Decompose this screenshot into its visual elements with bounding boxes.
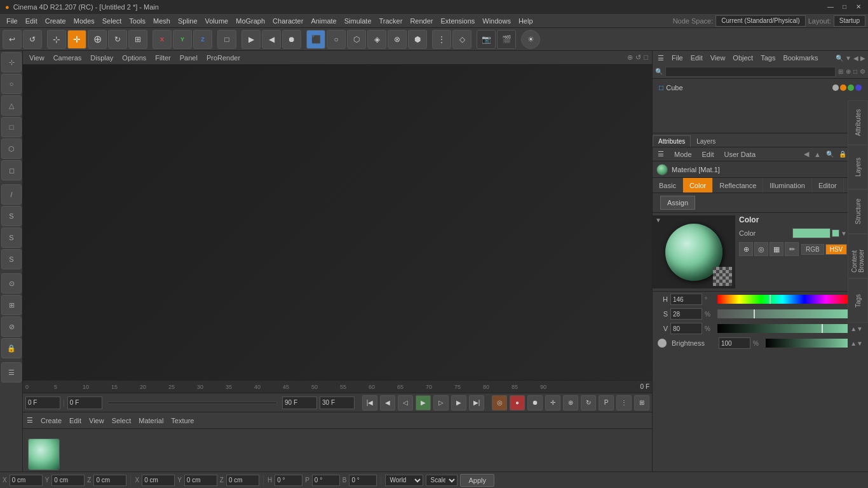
menu-volume[interactable]: Volume [201, 14, 233, 27]
undo-button[interactable]: ↩ [3, 30, 22, 49]
pts-key-button[interactable]: ⋮ [616, 395, 632, 410]
apply-button[interactable]: Apply [460, 474, 494, 487]
menu-help[interactable]: Help [515, 14, 537, 27]
camera-button[interactable]: 📷 [477, 30, 496, 49]
menu-render[interactable]: Render [406, 14, 437, 27]
attr-search-icon[interactable]: 🔍 [826, 151, 834, 158]
obj-tb-menu[interactable]: ☰ [655, 54, 667, 62]
record-button[interactable]: ⏺ [282, 30, 301, 49]
world-dropdown[interactable]: World Object [385, 475, 423, 486]
menu-mesh[interactable]: Mesh [149, 14, 174, 27]
vp-menu-options[interactable]: Options [119, 54, 149, 62]
obj-tb-edit[interactable]: Edit [688, 54, 705, 62]
obj-settings-icon[interactable]: ⚙ [860, 68, 865, 75]
menu-modes[interactable]: Modes [70, 14, 98, 27]
coord-oz-input[interactable] [226, 475, 259, 486]
color-spectrum-icon[interactable]: ▦ [770, 242, 783, 256]
object-mode-button[interactable]: □ [217, 30, 236, 49]
mat-tab-reflectance[interactable]: Reflectance [713, 178, 763, 193]
vp-menu-display[interactable]: Display [88, 54, 116, 62]
menu-character[interactable]: Character [269, 14, 307, 27]
close-button[interactable]: ✕ [854, 3, 863, 11]
left-tool-6[interactable]: ◻ [1, 160, 22, 180]
step-fwd-button[interactable]: ▷ [433, 395, 449, 410]
spline-obj-button[interactable]: ⬡ [347, 30, 366, 49]
light-button[interactable]: ☀ [521, 30, 540, 49]
node-space-dropdown[interactable]: Current (Standard/Physical) [715, 15, 805, 27]
color-small-swatch[interactable] [832, 229, 839, 237]
obj-tb-tags[interactable]: Tags [758, 54, 778, 62]
vp-menu-panel[interactable]: Panel [177, 54, 200, 62]
mograph-button[interactable]: ⬢ [408, 30, 427, 49]
menu-tracker[interactable]: Tracker [376, 14, 407, 27]
param-key-button[interactable]: P [599, 395, 614, 410]
coord-p-input[interactable] [312, 475, 340, 486]
vp-menu-view[interactable]: View [27, 54, 47, 62]
vp-menu-cameras[interactable]: Cameras [51, 54, 85, 62]
v-slider[interactable] [717, 324, 848, 333]
left-tool-11[interactable]: ⊙ [1, 273, 22, 294]
obj-tb-bookmarks[interactable]: Bookmarks [780, 54, 820, 62]
menu-select[interactable]: Select [98, 14, 126, 27]
attr-lock-icon[interactable]: 🔒 [839, 151, 846, 158]
knife-button[interactable]: ◇ [452, 30, 471, 49]
next-frame-button[interactable]: ▶ [451, 395, 466, 410]
material-thumbnail[interactable] [28, 438, 60, 470]
y-axis-button[interactable]: Y [173, 30, 192, 49]
attr-nav-back[interactable]: ◀ [804, 150, 809, 158]
prev-frame-button[interactable]: ◀ [380, 395, 395, 410]
x-axis-button[interactable]: X [153, 30, 172, 49]
attr-tb-mode[interactable]: Mode [672, 151, 695, 158]
start-frame-input[interactable] [67, 396, 102, 409]
obj-nav1-icon[interactable]: ◀ [853, 55, 858, 62]
menu-edit[interactable]: Edit [22, 14, 41, 27]
left-tool-2[interactable]: ○ [1, 74, 22, 94]
left-tool-15[interactable]: ☰ [1, 362, 22, 383]
go-end-button[interactable]: ▶| [469, 395, 484, 410]
left-tool-14[interactable]: 🔒 [1, 338, 22, 358]
rside-tab-content[interactable]: Content Browser [848, 234, 868, 278]
pos-key-button[interactable]: ✛ [545, 395, 560, 410]
scale-tool-button[interactable]: ⊕ [88, 30, 107, 49]
color-swatch[interactable] [792, 228, 831, 238]
obj-tb-object[interactable]: Object [730, 54, 756, 62]
viewport-canvas[interactable] [23, 65, 652, 380]
rside-tab-attributes[interactable]: Attributes [848, 100, 868, 145]
mat-tab-color[interactable]: Color [683, 178, 713, 193]
tab-layers[interactable]: Layers [691, 135, 721, 147]
attr-tb-icon[interactable]: ☰ [655, 150, 667, 158]
obj-dot-2[interactable] [840, 85, 846, 91]
left-tool-9[interactable]: S [1, 227, 22, 248]
maximize-button[interactable]: □ [840, 3, 849, 11]
record-key-button[interactable]: ● [510, 395, 525, 410]
left-tool-8[interactable]: S [1, 206, 22, 226]
snap-button[interactable]: ⋮ [432, 30, 451, 49]
end-frame-input[interactable] [282, 396, 317, 409]
tl-settings-button[interactable]: ⊞ [634, 395, 649, 410]
brightness-value-input[interactable] [719, 337, 750, 349]
obj-expand-icon[interactable]: □ [853, 68, 857, 75]
s-value-input[interactable] [670, 308, 702, 320]
play-anim-button[interactable]: ▶ [241, 30, 261, 49]
menu-animate[interactable]: Animate [307, 14, 340, 27]
obj-search-icon[interactable]: 🔍 [836, 55, 843, 62]
mat-menu-texture[interactable]: Texture [171, 417, 194, 424]
cube-primitive-button[interactable]: ⬛ [306, 30, 325, 49]
mat-menu-material[interactable]: Material [139, 417, 163, 424]
obj-tb-view[interactable]: View [708, 54, 728, 62]
vp-menu-prorender[interactable]: ProRender [204, 54, 243, 62]
rside-tab-tags[interactable]: Tags [848, 278, 868, 323]
layout-dropdown[interactable]: Startup [834, 15, 865, 27]
obj-dot-4[interactable] [855, 85, 862, 91]
vp-icon-2[interactable]: ↺ [635, 53, 641, 62]
menu-extensions[interactable]: Extensions [437, 14, 478, 27]
menu-tools[interactable]: Tools [125, 14, 149, 27]
vp-icon-3[interactable]: □ [644, 53, 648, 62]
rside-tab-layers[interactable]: Layers [848, 145, 868, 189]
s-slider[interactable] [717, 309, 848, 318]
mat-menu-icon[interactable]: ☰ [27, 416, 33, 424]
left-tool-12[interactable]: ⊞ [1, 295, 22, 315]
loop-button[interactable]: ◎ [492, 395, 507, 410]
color-mix-icon[interactable]: ⊕ [739, 242, 753, 256]
color-wheel-icon[interactable]: ◎ [754, 242, 768, 256]
